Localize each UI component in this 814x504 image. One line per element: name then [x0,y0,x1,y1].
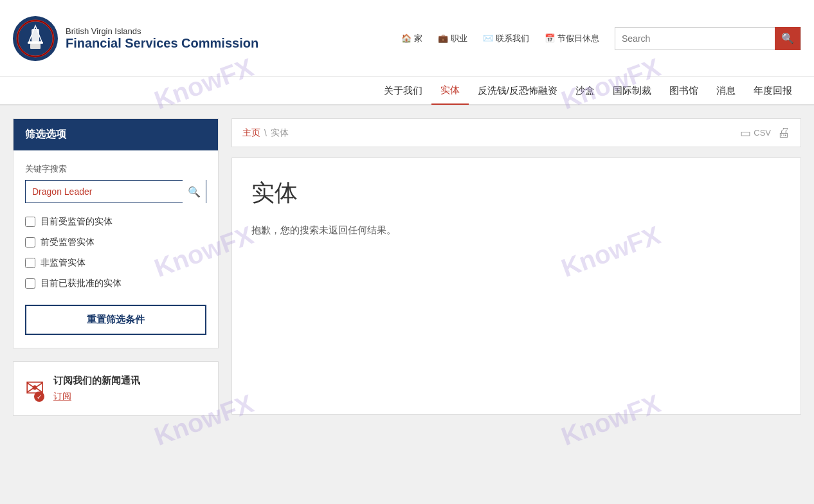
breadcrumb-current: 实体 [271,127,289,139]
svg-rect-1 [32,29,39,42]
keyword-search-button[interactable]: 🔍 [183,180,206,203]
filter-panel-header: 筛选选项 [14,119,218,150]
sidebar: 筛选选项 关键字搜索 🔍 目前受监管的实体 前受监管实体 [13,118,219,416]
main-nav: 关于我们 实体 反洗钱/反恐怖融资 沙盒 国际制裁 图书馆 消息 年度回报 [0,77,814,105]
breadcrumb-left: 主页 \ 实体 [242,127,289,139]
checkbox-approved[interactable] [25,278,35,289]
checkbox-item-3[interactable]: 非监管实体 [25,257,206,269]
newsletter-icon: ✉ ✓ [25,375,44,402]
svg-rect-4 [30,44,41,49]
nav-annual[interactable]: 年度回报 [745,76,801,105]
search-box: 🔍 [615,27,801,50]
newsletter-title: 订阅我们的新闻通讯 [53,375,140,387]
keyword-input-wrap: 🔍 [25,180,206,203]
nav-aml[interactable]: 反洗钱/反恐怖融资 [469,76,566,105]
breadcrumb-separator: \ [264,128,267,138]
newsletter-text: 订阅我们的新闻通讯 订阅 [53,375,140,402]
nav-contact[interactable]: ✉️ 联系我们 [483,33,529,44]
svg-rect-3 [28,42,43,44]
nav-sanctions[interactable]: 国际制裁 [604,76,660,105]
logo-line2: Financial Services Commission [66,36,258,51]
page-body: 筛选选项 关键字搜索 🔍 目前受监管的实体 前受监管实体 [0,105,814,429]
no-results-message: 抱歉，您的搜索未返回任何结果。 [251,224,781,237]
breadcrumb-actions: ▭ CSV 🖨 [740,125,790,140]
keyword-input[interactable] [26,186,183,197]
reset-button[interactable]: 重置筛选条件 [25,305,206,335]
check-badge: ✓ [34,392,44,402]
breadcrumb-home[interactable]: 主页 [242,127,260,139]
csv-icon: ▭ [740,126,751,140]
print-icon[interactable]: 🖨 [777,125,790,140]
entity-title: 实体 [251,177,781,209]
filter-panel-body: 关键字搜索 🔍 目前受监管的实体 前受监管实体 [14,150,218,348]
logo-area: British Virgin Islands Financial Service… [13,16,258,61]
checkbox-list: 目前受监管的实体 前受监管实体 非监管实体 目前已获批准的实体 [25,216,206,289]
logo-text: British Virgin Islands Financial Service… [66,26,258,51]
entity-panel: 实体 抱歉，您的搜索未返回任何结果。 [231,158,801,415]
top-bar: British Virgin Islands Financial Service… [0,0,814,77]
keyword-label: 关键字搜索 [25,163,206,175]
main-content: 主页 \ 实体 ▭ CSV 🖨 实体 抱歉，您的搜索未返回任何结果。 [231,118,801,416]
filter-panel: 筛选选项 关键字搜索 🔍 目前受监管的实体 前受监管实体 [13,118,219,348]
breadcrumb: 主页 \ 实体 ▭ CSV 🖨 [231,118,801,147]
nav-career[interactable]: 💼 职业 [438,33,467,44]
nav-library[interactable]: 图书馆 [660,76,707,105]
nav-home[interactable]: 🏠 家 [401,33,422,44]
checkbox-non-regulated[interactable] [25,258,35,268]
checkbox-item-1[interactable]: 目前受监管的实体 [25,216,206,228]
briefcase-icon: 💼 [438,33,448,43]
search-button[interactable]: 🔍 [775,27,800,50]
checkbox-item-4[interactable]: 目前已获批准的实体 [25,278,206,289]
nav-sandbox[interactable]: 沙盒 [566,76,604,105]
checkbox-item-2[interactable]: 前受监管实体 [25,237,206,248]
nav-holiday[interactable]: 📅 节假日休息 [545,33,599,44]
nav-news[interactable]: 消息 [707,76,745,105]
top-right-area: 🏠 家 💼 职业 ✉️ 联系我们 📅 节假日休息 🔍 [401,27,801,50]
utility-nav: 🏠 家 💼 职业 ✉️ 联系我们 📅 节假日休息 🔍 [401,27,801,50]
checkbox-prev-regulated[interactable] [25,237,35,248]
nav-entity[interactable]: 实体 [431,76,469,105]
csv-button[interactable]: ▭ CSV [740,126,771,140]
logo-icon [13,16,58,61]
checkbox-regulated[interactable] [25,217,35,227]
home-icon: 🏠 [401,33,412,43]
email-icon: ✉️ [483,33,493,43]
nav-about[interactable]: 关于我们 [375,76,431,105]
calendar-icon: 📅 [545,33,555,43]
logo-line1: British Virgin Islands [66,26,258,36]
search-input[interactable] [615,33,775,44]
newsletter-panel: ✉ ✓ 订阅我们的新闻通讯 订阅 [13,361,219,416]
newsletter-link[interactable]: 订阅 [53,391,71,401]
